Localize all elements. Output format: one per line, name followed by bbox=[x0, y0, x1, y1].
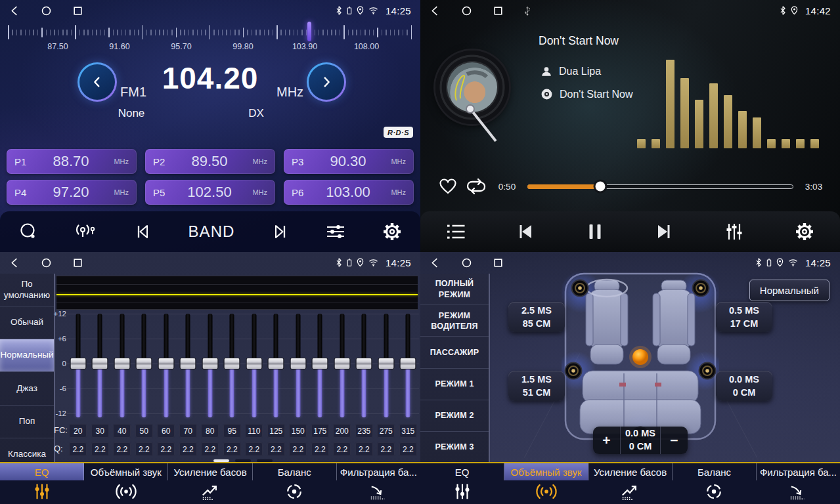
tune-up-button[interactable] bbox=[307, 62, 346, 102]
recents-button[interactable] bbox=[493, 257, 504, 268]
slider-thumb[interactable] bbox=[202, 358, 218, 369]
seek-bar[interactable] bbox=[527, 184, 793, 189]
slider-thumb[interactable] bbox=[224, 358, 240, 369]
preset-button-p3[interactable]: P390.30MHz bbox=[284, 149, 414, 174]
tab-surround[interactable]: Объёмный звук bbox=[84, 463, 168, 480]
eq-band-slider[interactable] bbox=[331, 310, 353, 425]
tab-balance[interactable]: Баланс bbox=[673, 463, 757, 480]
slider-thumb[interactable] bbox=[70, 358, 86, 369]
back-button[interactable] bbox=[430, 5, 441, 16]
audio-settings-button[interactable] bbox=[724, 222, 744, 242]
slider-thumb[interactable] bbox=[136, 358, 152, 369]
settings-button[interactable] bbox=[795, 222, 814, 242]
pause-button[interactable] bbox=[587, 222, 603, 241]
eq-band-slider[interactable] bbox=[111, 310, 133, 425]
surround-icon[interactable] bbox=[504, 482, 588, 501]
eq-band-slider[interactable] bbox=[265, 310, 288, 425]
home-button[interactable] bbox=[41, 5, 52, 16]
eq-icon[interactable] bbox=[0, 482, 84, 501]
listening-mode-item-3[interactable]: ПАССАЖИР bbox=[420, 337, 489, 368]
balance-icon[interactable] bbox=[252, 482, 336, 501]
next-track-button[interactable] bbox=[653, 222, 673, 241]
tab-eq[interactable]: EQ bbox=[0, 463, 84, 480]
listening-mode-item-2[interactable]: РЕЖИМ ВОДИТЕЛЯ bbox=[420, 305, 489, 337]
preset-button-p5[interactable]: P5102.50MHz bbox=[145, 180, 275, 205]
scan-button[interactable] bbox=[18, 222, 38, 242]
filter-icon[interactable] bbox=[336, 482, 420, 501]
playlist-button[interactable] bbox=[446, 223, 466, 240]
delay-rear-right[interactable]: 0.0 MS 0 CM bbox=[716, 371, 772, 401]
previous-station-button[interactable] bbox=[134, 222, 152, 241]
back-button[interactable] bbox=[9, 5, 20, 16]
eq-band-slider[interactable] bbox=[133, 310, 156, 425]
delay-rear-left[interactable]: 1.5 MS 51 CM bbox=[508, 371, 565, 401]
eq-band-slider[interactable] bbox=[221, 310, 244, 425]
settings-button[interactable] bbox=[382, 222, 402, 242]
back-button[interactable] bbox=[9, 257, 20, 268]
balance-icon[interactable] bbox=[672, 482, 756, 501]
eq-preset-item-2[interactable]: Обычай bbox=[0, 306, 54, 339]
equalizer-button[interactable] bbox=[325, 222, 346, 241]
eq-icon[interactable] bbox=[420, 482, 504, 501]
preset-button-p2[interactable]: P289.50MHz bbox=[145, 149, 275, 174]
delay-front-right[interactable]: 0.5 MS 17 CM bbox=[716, 302, 772, 332]
slider-thumb[interactable] bbox=[290, 358, 306, 369]
slider-thumb[interactable] bbox=[356, 358, 372, 369]
sound-profile-button[interactable]: Нормальный bbox=[749, 280, 829, 301]
eq-preset-item-4[interactable]: Джаз bbox=[0, 372, 54, 405]
next-station-button[interactable] bbox=[271, 222, 289, 241]
eq-band-slider[interactable] bbox=[309, 310, 332, 425]
previous-track-button[interactable] bbox=[516, 222, 536, 241]
surround-icon[interactable] bbox=[84, 482, 168, 501]
eq-band-slider[interactable] bbox=[177, 310, 200, 425]
slider-thumb[interactable] bbox=[334, 358, 350, 369]
listening-mode-item-6[interactable]: РЕЖИМ 3 bbox=[420, 432, 489, 463]
bass-boost-icon[interactable] bbox=[588, 482, 673, 501]
slider-thumb[interactable] bbox=[312, 358, 328, 369]
frequency-scale[interactable] bbox=[8, 24, 412, 41]
tab-filter[interactable]: Фильтрация ба... bbox=[757, 463, 840, 480]
slider-thumb[interactable] bbox=[180, 358, 196, 369]
preset-button-p6[interactable]: P6103.00MHz bbox=[284, 180, 414, 205]
delay-decrease-button[interactable]: − bbox=[661, 427, 688, 454]
eq-band-slider[interactable] bbox=[67, 310, 89, 425]
preset-button-p1[interactable]: P188.70MHz bbox=[7, 149, 137, 174]
slider-thumb[interactable] bbox=[268, 358, 284, 369]
slider-thumb[interactable] bbox=[378, 358, 394, 369]
tab-eq[interactable]: EQ bbox=[420, 463, 504, 480]
eq-preset-item-5[interactable]: Поп bbox=[0, 406, 54, 438]
preset-button-p4[interactable]: P497.20MHz bbox=[7, 180, 137, 205]
repeat-button[interactable] bbox=[466, 177, 487, 196]
listening-mode-item-5[interactable]: РЕЖИМ 2 bbox=[420, 400, 489, 432]
slider-thumb[interactable] bbox=[92, 358, 108, 369]
traffic-announcement-button[interactable] bbox=[74, 222, 98, 242]
recents-button[interactable] bbox=[72, 5, 83, 16]
eq-preset-item-3[interactable]: Нормальный bbox=[0, 339, 54, 372]
home-button[interactable] bbox=[41, 257, 52, 268]
slider-thumb[interactable] bbox=[246, 358, 262, 369]
seek-bar-thumb[interactable] bbox=[596, 182, 606, 192]
tab-bass-boost[interactable]: Усиление басов bbox=[168, 463, 252, 480]
slider-thumb[interactable] bbox=[158, 358, 174, 369]
eq-band-slider[interactable] bbox=[287, 310, 309, 425]
back-button[interactable] bbox=[430, 257, 441, 268]
band-button[interactable]: BAND bbox=[188, 222, 235, 241]
slider-thumb[interactable] bbox=[114, 358, 130, 369]
tab-balance[interactable]: Баланс bbox=[253, 463, 337, 480]
bass-boost-icon[interactable] bbox=[168, 482, 252, 501]
recents-button[interactable] bbox=[72, 257, 83, 268]
tab-surround[interactable]: Объёмный звук bbox=[504, 463, 588, 480]
eq-band-slider[interactable] bbox=[397, 310, 420, 425]
listening-mode-item-1[interactable]: ПОЛНЫЙ РЕЖИМ bbox=[420, 274, 489, 305]
tab-filter[interactable]: Фильтрация ба... bbox=[337, 463, 420, 480]
delay-front-left[interactable]: 2.5 MS 85 CM bbox=[508, 302, 565, 332]
listening-mode-item-4[interactable]: РЕЖИМ 1 bbox=[420, 369, 489, 400]
eq-band-slider[interactable] bbox=[89, 310, 112, 425]
filter-icon[interactable] bbox=[756, 482, 840, 501]
favorite-button[interactable] bbox=[439, 178, 457, 195]
delay-increase-button[interactable]: + bbox=[593, 427, 620, 454]
eq-band-slider[interactable] bbox=[243, 310, 265, 425]
eq-band-slider[interactable] bbox=[353, 310, 376, 425]
home-button[interactable] bbox=[461, 5, 472, 16]
eq-band-slider[interactable] bbox=[199, 310, 221, 425]
